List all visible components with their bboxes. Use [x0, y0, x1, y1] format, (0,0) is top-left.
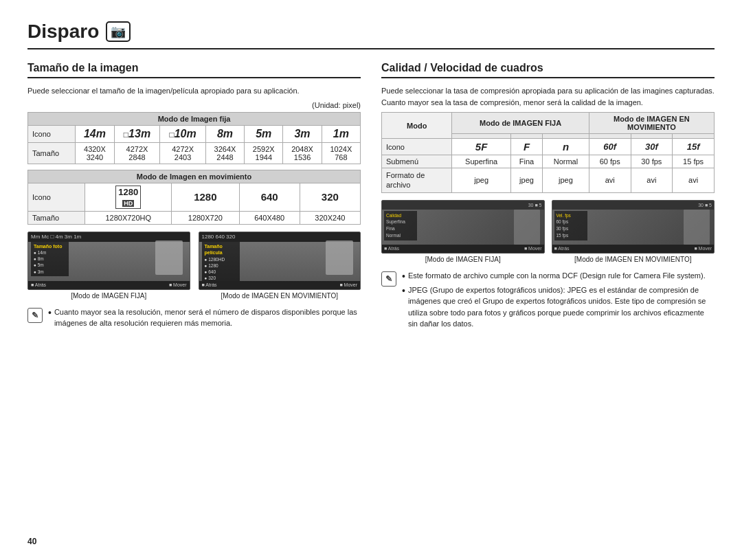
ss2-caption: [Modo de IMAGEN EN MOVIMIENTO] — [199, 292, 361, 300]
right-bullet-2: JPEG (Grupo de expertos fotográficos uni… — [402, 284, 715, 330]
ss1-top-icons: Mm Mc □ 4m 3m 1m — [31, 234, 81, 240]
right-screenshot-mov: 30 ■ 5 Vel. fps 60 fps 30 fps 15 fps ■ A… — [552, 200, 715, 263]
qt-mov1 — [589, 134, 631, 139]
icon-13m: □13m — [114, 125, 160, 142]
rss1-item3: Normal — [386, 232, 415, 239]
rss1-box: 30 ■ 5 Calidad Superfina Fina Normal ■ A… — [381, 200, 545, 254]
icon-1m: 1m — [322, 125, 360, 142]
left-bullet: Cuanto mayor sea la resolución, menor se… — [48, 306, 361, 329]
movie-table-header: Modo de Imagen en movimiento — [28, 170, 361, 183]
rss1-back: ■ Atrás — [384, 246, 399, 251]
qt-icon-30f: 30f — [631, 139, 673, 155]
qt-normal: Normal — [543, 155, 589, 168]
right-column: Calidad / Velocidad de cuadros Puede sel… — [381, 62, 715, 332]
icon-8m: 8m — [205, 125, 244, 142]
movie-size-1280hq: 1280X720HQ — [85, 211, 172, 224]
size-2592: 2592X1944 — [245, 142, 283, 164]
rss1-move: ■ Mover — [524, 246, 542, 251]
ss2-move: ■ Mover — [339, 282, 357, 287]
rss2-top-text: 30 ■ 5 — [698, 203, 712, 208]
ss1-back: ■ Atrás — [31, 282, 46, 287]
icon-5m: 5m — [245, 125, 283, 142]
rss2-caption: [Modo de IMAGEN EN MOVIMIENTO] — [552, 256, 715, 263]
icon-14m: 14m — [76, 125, 115, 142]
rss1-top: 30 ■ 5 — [382, 201, 544, 210]
qt-icon-5f: 5F — [452, 139, 510, 155]
ss2-bottom: ■ Atrás ■ Mover — [199, 281, 361, 289]
qt-icono-label: Icono — [382, 139, 452, 155]
right-note: ✎ Este formato de archivo cumple con la … — [381, 270, 715, 332]
left-note-content: Cuanto mayor sea la resolución, menor se… — [54, 306, 361, 329]
left-section-desc: Puede seleccionar el tamaño de la imagen… — [27, 85, 361, 97]
page-title: Disparo 📷 — [27, 21, 715, 49]
rss2-item1: 60 fps — [556, 219, 585, 225]
qt-fmt-jpeg3: jpeg — [543, 168, 589, 193]
right-note-2: JPEG (Grupo de expertos fotográficos uni… — [408, 284, 715, 330]
rss1-menu: Calidad Superfina Fina Normal — [384, 211, 417, 240]
qt-fmt-avi3: avi — [673, 168, 715, 193]
qt-15fps: 15 fps — [673, 155, 715, 168]
movie-tamano-label: Tamaño — [28, 211, 85, 224]
rss2-top: 30 ■ 5 — [552, 201, 715, 210]
rss2-move: ■ Mover — [694, 246, 712, 251]
movie-icon-1280: 1280 — [172, 183, 239, 211]
right-screenshot-fija: 30 ■ 5 Calidad Superfina Fina Normal ■ A… — [381, 200, 545, 263]
movie-size-320: 320X240 — [300, 211, 360, 224]
unit-label: (Unidad: pixel) — [27, 101, 361, 109]
rss1-menu-title: Calidad — [386, 212, 415, 219]
ss2-menu: Tamaño película ● 1280HD● 1280● 640● 320 — [202, 242, 240, 283]
ss1-menu: Tamaño foto ● 14m● 8m● 5m● 3m — [31, 242, 69, 276]
right-screenshots: 30 ■ 5 Calidad Superfina Fina Normal ■ A… — [381, 200, 715, 263]
right-section-title: Calidad / Velocidad de cuadros — [381, 62, 715, 78]
movie-icon-640: 640 — [239, 183, 300, 211]
right-section-desc: Puede seleccionar la tasa de compresión … — [381, 85, 715, 108]
ss2-top-icons: 1280 640 320 — [202, 234, 236, 240]
qt-icon-n: n — [543, 139, 589, 155]
left-screenshot-mov: 1280 640 320 Tamaño película ● 1280HD● 1… — [199, 232, 361, 300]
movie-icon-320: 320 — [300, 183, 360, 211]
movie-image-table: Modo de Imagen en movimiento Icono 1280H… — [27, 170, 361, 225]
qt-30fps: 30 fps — [631, 155, 673, 168]
left-screenshots: Mm Mc □ 4m 3m 1m Tamaño foto ● 14m● 8m● … — [27, 232, 361, 300]
rss1-figure — [514, 210, 540, 245]
quality-table: Modo Modo de IMAGEN FIJA Modo de IMAGEN … — [381, 112, 715, 193]
qt-fija3 — [543, 134, 589, 139]
qt-fina: Fina — [510, 155, 542, 168]
size-2048: 2048X1536 — [283, 142, 322, 164]
icon-10m: □10m — [160, 125, 206, 142]
qt-fmt-jpeg1: jpeg — [452, 168, 510, 193]
rss1-top-text: 30 ■ 5 — [528, 203, 542, 208]
fixed-icono-label: Icono — [28, 125, 76, 142]
ss1-menu-items: ● 14m● 8m● 5m● 3m — [34, 249, 66, 274]
qt-fija-header: Modo de IMAGEN FIJA — [452, 113, 589, 134]
movie-size-640: 640X480 — [239, 211, 300, 224]
qt-formato-label: Formato dearchivo — [382, 168, 452, 193]
rss2-menu-title: Vel. fps — [556, 212, 585, 219]
qt-submenu-label: Submenú — [382, 155, 452, 168]
qt-fmt-jpeg2: jpeg — [510, 168, 542, 193]
ss2-menu-items: ● 1280HD● 1280● 640● 320 — [205, 256, 237, 281]
note-icon-right: ✎ — [381, 271, 396, 287]
qt-fmt-avi2: avi — [631, 168, 673, 193]
camera-icon: 📷 — [106, 21, 131, 42]
rss2-figure — [684, 210, 710, 245]
rss2-back: ■ Atrás — [554, 246, 570, 251]
size-3264: 3264X2448 — [205, 142, 244, 164]
ss1-menu-title: Tamaño foto — [34, 243, 66, 250]
rss1-item1: Superfina — [386, 219, 415, 225]
qt-fmt-avi1: avi — [589, 168, 631, 193]
ss2-back: ■ Atrás — [202, 282, 217, 287]
qt-fija1 — [452, 134, 510, 139]
fixed-tamano-label: Tamaño — [28, 142, 76, 164]
right-bullet-1: Este formato de archivo cumple con la no… — [402, 270, 715, 282]
rss1-body: Calidad Superfina Fina Normal — [382, 210, 544, 245]
qt-fija2 — [510, 134, 542, 139]
right-note-text: Este formato de archivo cumple con la no… — [402, 270, 715, 332]
rss1-item2: Fina — [386, 225, 415, 232]
icon-3m: 3m — [283, 125, 322, 142]
left-section-title: Tamaño de la imagen — [27, 62, 361, 78]
movie-icono-label: Icono — [28, 183, 85, 211]
note-icon-left: ✎ — [27, 308, 43, 323]
page-number: 40 — [27, 537, 36, 546]
ss1-move: ■ Mover — [169, 282, 187, 287]
